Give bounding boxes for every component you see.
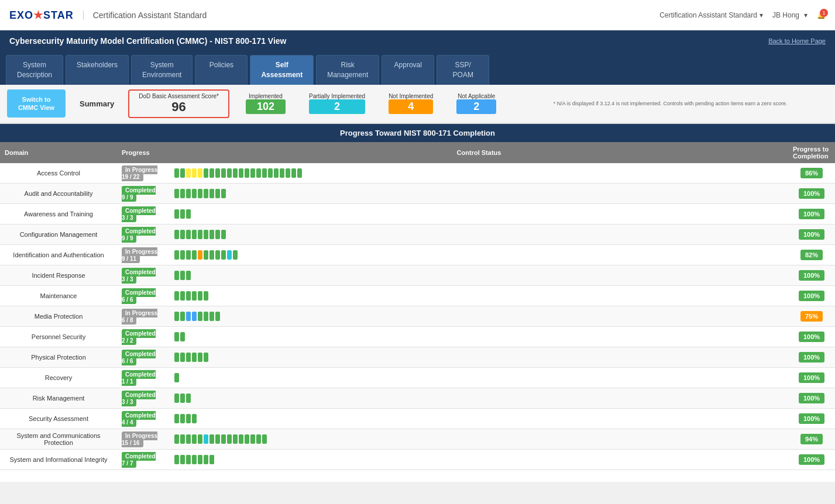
bar-segment: [174, 434, 179, 444]
bar-segment: [233, 250, 238, 260]
table-row[interactable]: System and Informational IntegrityComple…: [0, 449, 835, 470]
bar-segment: [204, 434, 208, 444]
summary-label: Summary: [73, 99, 121, 108]
nav-tabs: System DescriptionStakeholdersSystem Env…: [0, 51, 835, 85]
progress-badge: In Progress 6 / 8: [122, 309, 157, 325]
table-row[interactable]: Configuration ManagementCompleted 9 / 91…: [0, 224, 835, 244]
tab-stakeholders[interactable]: Stakeholders: [66, 55, 129, 85]
col-completion: Progress to Completion: [788, 142, 835, 163]
bar-segment: [198, 434, 202, 444]
bar-segment: [180, 332, 185, 341]
tab-approval[interactable]: Approval: [382, 55, 434, 85]
table-row[interactable]: Personnel SecurityCompleted 2 / 2100%: [0, 326, 835, 347]
bar-segment: [174, 393, 179, 403]
progress-badge: Completed 1 / 1: [122, 370, 156, 386]
table-row[interactable]: RecoveryCompleted 1 / 1100%: [0, 367, 835, 388]
domain-name: Audit and Accountability: [0, 183, 117, 203]
domain-name: Identification and Authentication: [0, 244, 117, 265]
bar-segment: [227, 168, 232, 178]
cert-selector[interactable]: Certification Assistant Standard ▾: [659, 11, 763, 19]
progress-cell: Completed 3 / 3: [117, 203, 170, 224]
bar-segment: [180, 250, 185, 260]
bar-segment: [180, 312, 185, 321]
control-status-bars: [170, 326, 788, 347]
bar-segment: [291, 168, 296, 178]
progress-cell: Completed 2 / 2: [117, 326, 170, 347]
completion-pct-cell: 100%: [788, 367, 835, 388]
chevron-down-icon: ▾: [760, 11, 763, 19]
bar-segment: [227, 250, 232, 260]
tab-system-description[interactable]: System Description: [6, 55, 63, 85]
tab-policies[interactable]: Policies: [195, 55, 248, 85]
table-row[interactable]: Audit and AccountabilityCompleted 9 / 91…: [0, 183, 835, 203]
completion-pct-cell: 82%: [788, 244, 835, 265]
score-title: DoD Basic Assessment Score*: [139, 93, 219, 99]
bar-segment: [239, 434, 243, 444]
bar-segment: [215, 230, 220, 239]
progress-badge: Completed 9 / 9: [122, 186, 156, 202]
completion-pct: 100%: [799, 291, 824, 301]
completion-pct: 82%: [800, 250, 823, 260]
bar-segment: [186, 189, 191, 198]
domain-name: Physical Protection: [0, 347, 117, 367]
bar-segment: [180, 393, 185, 403]
page-title: Cybersecurity Maturity Model Certificati…: [9, 36, 287, 46]
top-bar: EXO★STAR Certification Assistant Standar…: [0, 0, 835, 30]
table-row[interactable]: Identification and AuthenticationIn Prog…: [0, 244, 835, 265]
domain-name: Risk Management: [0, 388, 117, 408]
table-row[interactable]: Incident ResponseCompleted 3 / 3100%: [0, 265, 835, 285]
notifications-bell[interactable]: 🔔 1: [817, 11, 826, 19]
stat-not-applicable: Not Applicable 2: [447, 91, 506, 116]
progress-cell: Completed 3 / 3: [117, 388, 170, 408]
domain-name: Awareness and Training: [0, 203, 117, 224]
bar-segment: [186, 230, 191, 239]
bar-segment: [233, 434, 238, 444]
tab-ssp-poam[interactable]: SSP/ POAM: [437, 55, 489, 85]
completion-pct: 100%: [799, 393, 824, 403]
completion-pct: 100%: [799, 270, 824, 281]
summary-bar: Switch to CMMC View Summary DoD Basic As…: [0, 85, 835, 124]
tab-risk-management[interactable]: Risk Management: [316, 55, 379, 85]
bell-badge: 1: [820, 9, 828, 17]
control-status-bars: [170, 244, 788, 265]
domain-name: Incident Response: [0, 265, 117, 285]
bar-segment: [174, 250, 179, 260]
table-row[interactable]: Risk ManagementCompleted 3 / 3100%: [0, 388, 835, 408]
col-domain: Domain: [0, 142, 117, 163]
bar-segment: [256, 434, 261, 444]
bar-segment: [180, 455, 185, 464]
control-status-bars: [170, 347, 788, 367]
bar-segment: [204, 250, 208, 260]
bar-segment: [174, 353, 179, 362]
control-status-bars: [170, 203, 788, 224]
tab-system-environment[interactable]: System Environment: [131, 55, 193, 85]
table-row[interactable]: Awareness and TrainingCompleted 3 / 3100…: [0, 203, 835, 224]
progress-cell: In Progress 19 / 22: [117, 163, 170, 184]
completion-pct: 100%: [799, 332, 824, 342]
completion-pct-cell: 100%: [788, 408, 835, 429]
chevron-down-icon: ▾: [804, 11, 807, 19]
completion-pct: 100%: [799, 209, 824, 219]
bar-segment: [198, 230, 202, 239]
table-row[interactable]: Access ControlIn Progress 19 / 2286%: [0, 163, 835, 184]
bar-segment: [204, 189, 208, 198]
bar-segment: [204, 291, 208, 301]
control-status-bars: [170, 224, 788, 244]
switch-to-cmmc-button[interactable]: Switch to CMMC View: [7, 89, 66, 118]
table-row[interactable]: MaintenanceCompleted 6 / 6100%: [0, 285, 835, 306]
table-row[interactable]: Physical ProtectionCompleted 6 / 6100%: [0, 347, 835, 367]
completion-pct-cell: 100%: [788, 285, 835, 306]
completion-pct-cell: 100%: [788, 203, 835, 224]
table-row[interactable]: Security AssessmentCompleted 4 / 4100%: [0, 408, 835, 429]
tab-self-assessment[interactable]: Self Assessment: [250, 55, 314, 85]
col-progress: Progress: [117, 142, 170, 163]
control-status-bars: [170, 163, 788, 184]
table-row[interactable]: Media ProtectionIn Progress 6 / 875%: [0, 306, 835, 326]
stat-not-implemented: Not Implemented 4: [379, 91, 442, 116]
progress-cell: Completed 9 / 9: [117, 224, 170, 244]
back-home-button[interactable]: Back to Home Page: [768, 37, 826, 44]
completion-pct-cell: 100%: [788, 265, 835, 285]
table-row[interactable]: System and Communications ProtectionIn P…: [0, 429, 835, 449]
user-menu[interactable]: JB Hong ▾: [772, 11, 807, 19]
bar-segment: [192, 312, 197, 321]
